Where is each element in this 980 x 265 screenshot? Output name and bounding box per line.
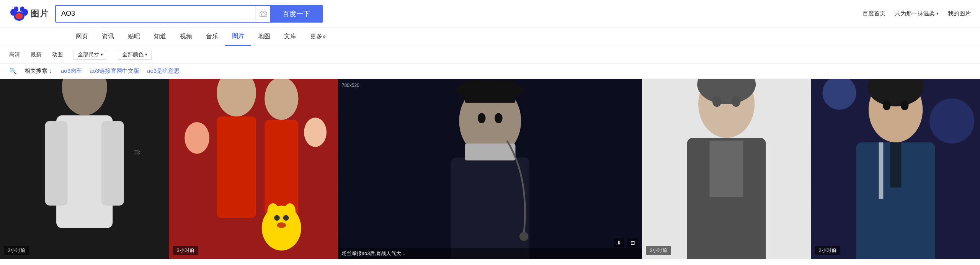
related-link-1[interactable]: ao3肉车 xyxy=(61,67,82,75)
svg-rect-16 xyxy=(217,116,256,218)
filter-hd[interactable]: 高清 xyxy=(9,51,20,58)
search-icon-small: 🔍 xyxy=(9,67,17,75)
svg-text:首: 首 xyxy=(134,149,141,155)
svg-point-3 xyxy=(14,7,18,12)
svg-rect-34 xyxy=(465,144,515,160)
filter-latest[interactable]: 最新 xyxy=(31,51,41,58)
search-button[interactable]: 百度一下 xyxy=(270,5,322,23)
svg-rect-18 xyxy=(265,120,298,216)
image-timestamp-2: 3小时前 xyxy=(173,246,198,255)
baidu-logo-icon xyxy=(9,4,29,24)
image-item-1[interactable]: MO 首 2小时前 xyxy=(0,79,169,259)
image-timestamp-1: 2小时前 xyxy=(4,246,29,255)
logo-tu-label: 图片 xyxy=(31,8,49,20)
svg-point-25 xyxy=(283,215,289,221)
image-size-badge-3: 780x520 xyxy=(342,83,359,88)
camera-icon[interactable] xyxy=(255,6,271,21)
svg-point-24 xyxy=(274,215,280,221)
image-timestamp-5: 2小时前 xyxy=(815,246,840,255)
nav-item-music[interactable]: 音乐 xyxy=(199,28,225,46)
filter-size-label: 全部尺寸 xyxy=(78,51,99,58)
filter-color-dropdown[interactable]: 全部颜色 ▾ xyxy=(118,50,152,60)
svg-point-6 xyxy=(261,13,265,16)
image-item-4[interactable]: 2小时前 xyxy=(642,79,811,259)
svg-point-17 xyxy=(265,79,298,120)
chevron-down-icon: ▾ xyxy=(936,11,939,16)
image-grid: MO 首 2小时前 3小时前 xyxy=(0,79,980,259)
header-right-links: 百度首页 只为那一抹温柔 ▾ 我的图片 xyxy=(862,10,971,17)
header: 图片 百度一下 百度首页 只为那一抹温柔 ▾ 我的图片 xyxy=(0,0,980,28)
related-search-bar: 🔍 相关搜索： ao3肉车 ao3链接官网中文版 ao3是啥意思 xyxy=(0,64,980,79)
fullscreen-icon[interactable]: ⊡ xyxy=(627,238,638,247)
svg-point-51 xyxy=(901,100,909,110)
svg-point-35 xyxy=(519,232,528,241)
svg-rect-55 xyxy=(879,142,883,199)
svg-rect-56 xyxy=(890,142,901,188)
svg-point-5 xyxy=(15,13,23,19)
svg-rect-33 xyxy=(451,158,529,259)
user-name-dropdown[interactable]: 只为那一抹温柔 ▾ xyxy=(895,10,939,17)
chevron-down-icon: ▾ xyxy=(101,52,103,57)
related-link-2[interactable]: ao3链接官网中文版 xyxy=(90,67,139,75)
nav-item-wenku[interactable]: 文库 xyxy=(277,28,303,46)
svg-rect-30 xyxy=(465,80,515,103)
logo: 图片 xyxy=(9,4,49,24)
svg-point-46 xyxy=(929,98,975,144)
filter-bar: 高清 最新 动图 全部尺寸 ▾ 全部颜色 ▾ xyxy=(0,46,980,64)
image-timestamp-4: 2小时前 xyxy=(646,246,671,255)
filter-size-dropdown[interactable]: 全部尺寸 ▾ xyxy=(74,50,107,60)
nav-item-video[interactable]: 视频 xyxy=(173,28,199,46)
image-item-2[interactable]: 3小时前 xyxy=(169,79,338,259)
nav-item-map[interactable]: 地图 xyxy=(251,28,277,46)
nav-item-zhidao[interactable]: 知道 xyxy=(147,28,173,46)
svg-point-31 xyxy=(478,113,486,123)
svg-point-19 xyxy=(185,122,210,154)
related-link-3[interactable]: ao3是啥意思 xyxy=(147,67,180,75)
image-action-icons-3: ⬇ ⊡ xyxy=(614,238,638,247)
nav-item-news[interactable]: 资讯 xyxy=(95,28,121,46)
search-box: 百度一下 xyxy=(55,5,323,23)
filter-gif[interactable]: 动图 xyxy=(52,51,63,58)
filter-color-label: 全部颜色 xyxy=(122,51,144,58)
svg-rect-11 xyxy=(101,121,124,206)
svg-point-4 xyxy=(20,7,24,12)
nav-item-more[interactable]: 更多» xyxy=(303,28,333,46)
my-images-link[interactable]: 我的图片 xyxy=(948,10,971,17)
nav-item-tieba[interactable]: 贴吧 xyxy=(121,28,147,46)
chevron-down-icon: ▾ xyxy=(145,52,147,57)
user-name-label: 只为那一抹温柔 xyxy=(895,10,935,17)
nav-item-webpage[interactable]: 网页 xyxy=(69,28,95,46)
image-caption-3: 粉丝举报ao3后,肖战人气大... xyxy=(338,248,642,259)
svg-point-26 xyxy=(277,222,286,228)
svg-point-50 xyxy=(882,100,890,110)
svg-point-20 xyxy=(304,118,327,147)
svg-rect-43 xyxy=(642,79,811,259)
nav-item-images[interactable]: 图片 xyxy=(225,28,251,46)
baidu-home-link[interactable]: 百度首页 xyxy=(862,10,885,17)
image-item-5[interactable]: 2小时前 xyxy=(811,79,980,259)
image-item-3[interactable]: 粉丝举报ao3后,肖战人气大... 780x520 ⬇ ⊡ xyxy=(338,79,642,259)
svg-rect-10 xyxy=(45,121,68,206)
search-input[interactable] xyxy=(56,6,255,22)
related-search-label: 相关搜索： xyxy=(24,67,53,75)
svg-point-32 xyxy=(495,113,503,123)
nav-bar: 网页 资讯 贴吧 知道 视频 音乐 图片 地图 文库 更多» xyxy=(0,28,980,46)
download-icon[interactable]: ⬇ xyxy=(614,238,624,247)
